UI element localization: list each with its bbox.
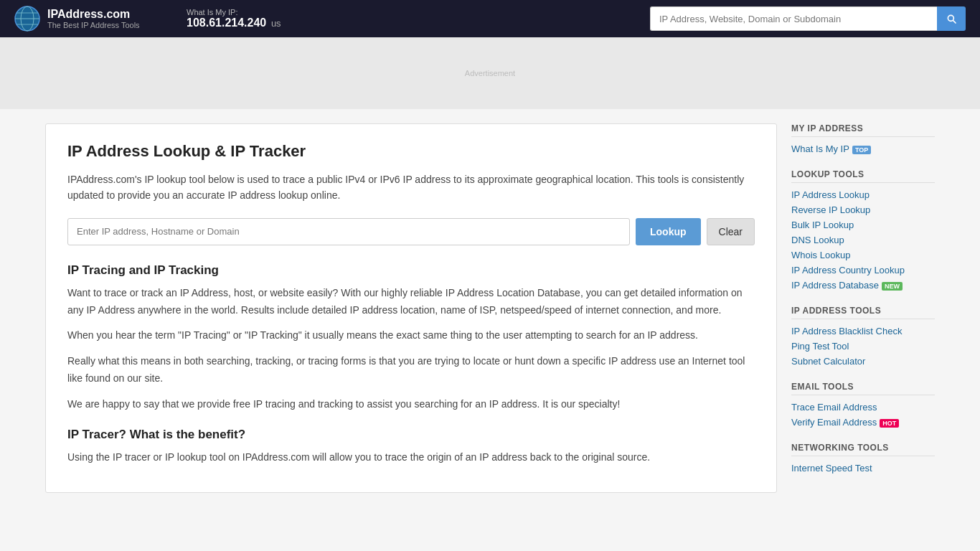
search-button[interactable] [937, 6, 966, 31]
section1-p1: Want to trace or track an IP Address, ho… [67, 285, 755, 319]
section2-title: IP Tracer? What is the benefit? [67, 428, 755, 442]
sidebar-section-networking-tools: NETWORKING TOOLSInternet Speed Test [791, 443, 935, 476]
badge-hot: HOT [880, 419, 899, 428]
sidebar-link-ip-address-country-lookup[interactable]: IP Address Country Lookup [791, 263, 935, 278]
badge-new: NEW [882, 282, 903, 291]
sidebar-link-whois-lookup[interactable]: Whois Lookup [791, 248, 935, 263]
section1-p4: We are happy to say that we provide free… [67, 396, 755, 413]
sidebar-link-ip-address-blacklist-check[interactable]: IP Address Blacklist Check [791, 324, 935, 339]
logo-icon [14, 6, 40, 32]
sidebar-link-ip-address-lookup[interactable]: IP Address Lookup [791, 187, 935, 202]
site-tagline: The Best IP Address Tools [47, 21, 140, 29]
sidebar-link-reverse-ip-lookup[interactable]: Reverse IP Lookup [791, 202, 935, 217]
section1-p2: When you hear the term "IP Tracing" or "… [67, 327, 755, 344]
page-title: IP Address Lookup & IP Tracker [67, 142, 755, 161]
search-area [650, 6, 966, 31]
site-header: IPAddress.com The Best IP Address Tools … [0, 0, 980, 37]
sidebar: MY IP ADDRESSWhat Is My IPTOPLOOKUP TOOL… [791, 123, 935, 493]
sidebar-section-lookup-tools: LOOKUP TOOLSIP Address LookupReverse IP … [791, 169, 935, 293]
sidebar-link-dns-lookup[interactable]: DNS Lookup [791, 232, 935, 248]
section1-p3: Really what this means in both searching… [67, 353, 755, 387]
sidebar-heading-ip-address-tools: IP ADDRESS TOOLS [791, 306, 935, 319]
sidebar-heading-email-tools: EMAIL TOOLS [791, 382, 935, 395]
search-input[interactable] [650, 6, 937, 31]
sidebar-link-what-is-my-ip[interactable]: What Is My IPTOP [791, 141, 935, 156]
ip-label: What Is My IP: [187, 8, 636, 17]
sidebar-section-email-tools: EMAIL TOOLSTrace Email AddressVerify Ema… [791, 382, 935, 430]
sidebar-section-ip-address-tools: IP ADDRESS TOOLSIP Address Blacklist Che… [791, 306, 935, 369]
sidebar-heading-my-ip: MY IP ADDRESS [791, 123, 935, 137]
ip-display: What Is My IP: 108.61.214.240 us [187, 8, 636, 29]
sidebar-link-subnet-calculator[interactable]: Subnet Calculator [791, 354, 935, 369]
sidebar-heading-networking-tools: NETWORKING TOOLS [791, 443, 935, 456]
lookup-button[interactable]: Lookup [636, 218, 701, 245]
sidebar-link-verify-email-address[interactable]: Verify Email AddressHOT [791, 415, 935, 430]
sidebar-link-bulk-ip-lookup[interactable]: Bulk IP Lookup [791, 217, 935, 232]
sidebar-link-internet-speed-test[interactable]: Internet Speed Test [791, 461, 935, 476]
ad-banner: Advertisement [0, 37, 980, 109]
sidebar-section-my-ip: MY IP ADDRESSWhat Is My IPTOP [791, 123, 935, 156]
search-icon [946, 13, 957, 24]
ad-placeholder: Advertisement [465, 69, 515, 77]
section2-p1: Using the IP tracer or IP lookup tool on… [67, 449, 755, 466]
ip-value: 108.61.214.240 us [187, 17, 636, 29]
ip-address: 108.61.214.240 [187, 17, 266, 29]
logo-area: IPAddress.com The Best IP Address Tools [14, 6, 172, 32]
sidebar-link-ip-address-database[interactable]: IP Address DatabaseNEW [791, 278, 935, 293]
sidebar-link-trace-email-address[interactable]: Trace Email Address [791, 400, 935, 415]
ip-country: us [271, 18, 281, 29]
badge-top: TOP [852, 146, 871, 154]
logo-text: IPAddress.com The Best IP Address Tools [47, 8, 140, 29]
clear-button[interactable]: Clear [707, 218, 755, 245]
main-container: IP Address Lookup & IP Tracker IPAddress… [31, 109, 949, 507]
lookup-input[interactable] [67, 218, 630, 245]
lookup-form: Lookup Clear [67, 218, 755, 245]
section1-title: IP Tracing and IP Tracking [67, 263, 755, 278]
intro-text: IPAddress.com's IP lookup tool below is … [67, 171, 755, 204]
content-area: IP Address Lookup & IP Tracker IPAddress… [45, 123, 777, 493]
site-name: IPAddress.com [47, 8, 140, 21]
sidebar-heading-lookup-tools: LOOKUP TOOLS [791, 169, 935, 183]
sidebar-link-ping-test-tool[interactable]: Ping Test Tool [791, 339, 935, 354]
